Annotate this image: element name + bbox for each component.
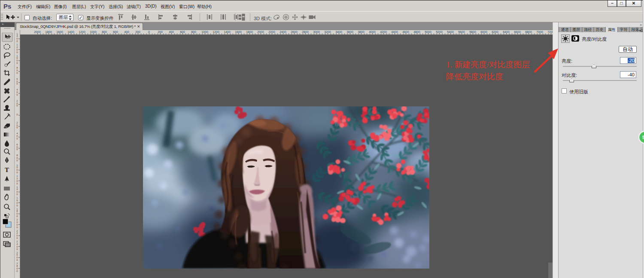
- svg-text:5+: 5+: [642, 135, 644, 140]
- svg-text:T: T: [5, 166, 9, 173]
